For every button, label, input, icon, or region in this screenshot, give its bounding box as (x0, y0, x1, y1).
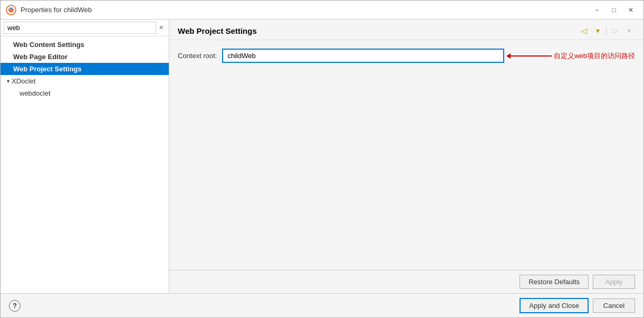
back-button[interactable]: ◁ (578, 25, 590, 36)
apply-close-button[interactable]: Apply and Close (520, 298, 589, 313)
app-icon (6, 5, 16, 15)
properties-window: Properties for childWeb − □ ✕ ✕ Web Cont… (0, 0, 644, 318)
annotation-arrow: 自定义web项目的访问路径 (510, 51, 635, 61)
cancel-button[interactable]: Cancel (593, 298, 635, 313)
nav-group-xdoclet[interactable]: ▾ XDoclet (1, 75, 169, 87)
right-panel: Web Project Settings ◁ ▾ ▷ ▾ Context roo… (169, 20, 643, 293)
back-dropdown-button[interactable]: ▾ (591, 25, 604, 36)
nav-item-webdoclet[interactable]: webdoclet (1, 87, 169, 99)
arrow-line (510, 55, 552, 57)
sidebar: ✕ Web Content Settings Web Page Editor W… (1, 20, 169, 293)
forward-button[interactable]: ▷ (609, 25, 621, 36)
toolbar-separator (606, 26, 607, 35)
minimize-button[interactable]: − (590, 4, 604, 16)
nav-tree: Web Content Settings Web Page Editor Web… (1, 36, 169, 293)
maximize-button[interactable]: □ (607, 4, 621, 16)
main-content: ✕ Web Content Settings Web Page Editor W… (1, 20, 643, 293)
panel-body: Context root: 自定义web项目的访问路径 (169, 40, 643, 270)
forward-dropdown-button[interactable]: ▾ (622, 25, 635, 36)
footer: ? Apply and Close Cancel (1, 293, 643, 317)
chevron-down-icon: ▾ (7, 78, 9, 84)
search-input[interactable] (4, 22, 156, 34)
panel-bottom-actions: Restore Defaults Apply (169, 270, 643, 293)
panel-header: Web Project Settings ◁ ▾ ▷ ▾ (169, 20, 643, 40)
nav-item-web-content-settings[interactable]: Web Content Settings (1, 39, 169, 51)
title-bar: Properties for childWeb − □ ✕ (1, 1, 643, 20)
nav-item-web-page-editor[interactable]: Web Page Editor (1, 51, 169, 63)
panel-toolbar: ◁ ▾ ▷ ▾ (578, 25, 635, 36)
restore-defaults-button[interactable]: Restore Defaults (520, 275, 589, 289)
search-bar: ✕ (1, 20, 169, 36)
annotation-text: 自定义web项目的访问路径 (554, 51, 635, 61)
help-button[interactable]: ? (9, 300, 21, 312)
context-root-label: Context root: (178, 52, 217, 60)
context-root-row: Context root: 自定义web项目的访问路径 (178, 49, 635, 63)
apply-button[interactable]: Apply (593, 275, 635, 289)
search-clear-button[interactable]: ✕ (156, 23, 166, 33)
panel-title: Web Project Settings (178, 26, 257, 35)
window-title: Properties for childWeb (21, 6, 590, 14)
context-root-input[interactable] (222, 49, 504, 63)
window-controls: − □ ✕ (590, 4, 638, 16)
close-button[interactable]: ✕ (623, 4, 638, 16)
nav-item-web-project-settings[interactable]: Web Project Settings (1, 63, 169, 75)
